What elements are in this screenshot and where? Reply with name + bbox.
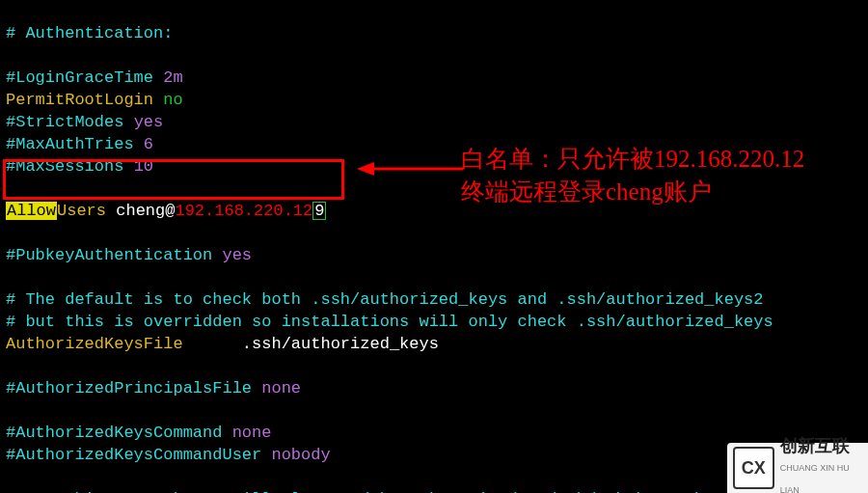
opt-authkeyscmd: #AuthorizedKeysCommand bbox=[6, 424, 232, 442]
opt-authkeysfile: AuthorizedKeysFile bbox=[6, 335, 183, 353]
opt-authkeyscmduser: #AuthorizedKeysCommandUser bbox=[6, 446, 271, 464]
watermark-en: CHUANG XIN HU LIAN bbox=[780, 457, 868, 494]
auth-header: # Authentication: bbox=[6, 24, 173, 42]
opt-pubkeyauth-val: yes bbox=[222, 246, 252, 264]
opt-authkeyscmduser-val: nobody bbox=[271, 446, 330, 464]
opt-maxsessions: #MaxSessions bbox=[6, 157, 134, 176]
watermark-cn: 创新互联 bbox=[780, 435, 868, 457]
opt-strictmodes: #StrictModes bbox=[6, 113, 134, 131]
comment-authkeys1: # The default is to check both .ssh/auth… bbox=[6, 290, 764, 309]
opt-permitrootlogin-val: no bbox=[163, 91, 182, 109]
allowusers-user: cheng@ bbox=[106, 202, 175, 220]
opt-authkeysfile-val: .ssh/authorized_keys bbox=[183, 335, 439, 353]
opt-authkeyscmd-val: none bbox=[232, 424, 272, 442]
opt-authprincipals-val: none bbox=[261, 379, 301, 397]
allowusers-hl: Allow bbox=[6, 202, 57, 220]
opt-pubkeyauth: #PubkeyAuthentication bbox=[6, 246, 222, 264]
watermark: CX 创新互联 CHUANG XIN HU LIAN bbox=[727, 443, 868, 493]
opt-maxauthtries-val: 6 bbox=[144, 135, 153, 153]
watermark-logo: CX bbox=[733, 447, 774, 489]
comment-authkeys2: # but this is overridden so installation… bbox=[6, 313, 773, 331]
opt-logingrace: #LoginGraceTime bbox=[6, 68, 163, 87]
opt-strictmodes-val: yes bbox=[134, 113, 164, 131]
opt-maxauthtries: #MaxAuthTries bbox=[6, 135, 144, 153]
allowusers-tail: Users bbox=[57, 202, 106, 220]
opt-permitrootlogin: PermitRootLogin bbox=[6, 91, 163, 109]
opt-logingrace-val: 2m bbox=[163, 68, 182, 87]
terminal: # Authentication: #LoginGraceTime 2m Per… bbox=[6, 0, 773, 493]
opt-maxsessions-val: 10 bbox=[134, 157, 153, 176]
opt-authprincipals: #AuthorizedPrincipalsFile bbox=[6, 379, 261, 397]
cursor: 9 bbox=[312, 202, 326, 220]
allowusers-ip: 192.168.220.12 bbox=[175, 202, 312, 220]
